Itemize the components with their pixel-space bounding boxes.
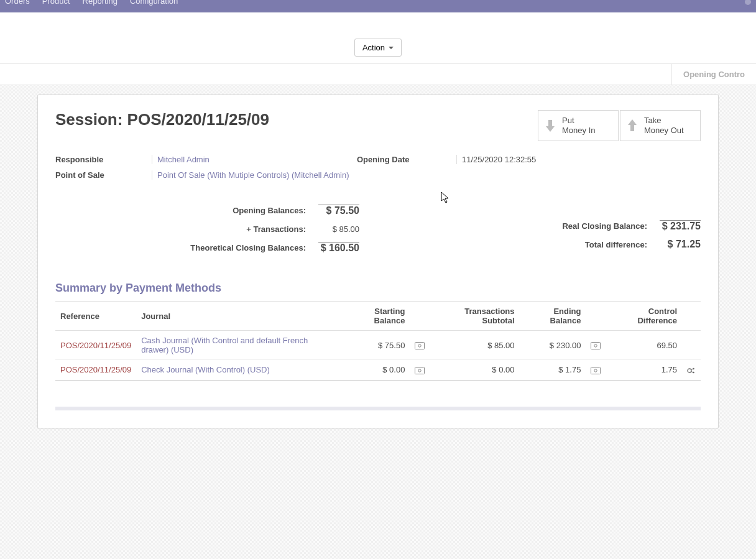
total-diff-value: $ 71.25 [660,239,701,250]
col-starting-balance[interactable]: Starting Balance [341,302,410,331]
balances: Opening Balances: $ 75.50 + Transactions… [55,201,701,257]
col-journal[interactable]: Journal [136,302,341,331]
take-money-out-l1: Take [644,116,684,126]
form-sheet: Session: POS/2020/11/25/09 Put Money In [37,95,719,428]
caret-down-icon [389,47,394,49]
starting-balance-value: $ 75.50 [341,331,410,360]
responsible-value[interactable]: Mitchell Admin [152,155,357,164]
money-detail-icon[interactable] [410,331,430,360]
statusbar: Opening Contro [0,64,756,85]
sheet-footer-line [55,407,701,410]
svg-rect-0 [415,343,425,349]
svg-point-5 [418,369,421,372]
take-money-out-l2: Money Out [644,126,684,136]
top-nav: Orders Product Reporting Configuration [0,0,756,12]
transactions-label: + Transactions: [246,224,306,234]
total-diff-label: Total difference: [585,240,647,249]
point-of-sale-value[interactable]: Point Of Sale (With Mutiple Controls) (M… [152,170,618,180]
put-money-in-l2: Money In [562,126,595,136]
ending-balance-value: $ 1.75 [520,360,586,381]
transactions-subtotal-value: $ 85.00 [430,331,519,360]
table-row[interactable]: POS/2020/11/25/09 Check Journal (With Co… [55,360,701,381]
svg-point-3 [594,344,597,347]
table-footer [55,381,701,392]
svg-line-12 [691,371,693,372]
arrow-up-out-icon [627,119,638,132]
theoretical-label: Theoretical Closing Balances: [190,243,306,252]
reference-link[interactable]: POS/2020/11/25/09 [55,331,136,360]
real-closing-value: $ 231.75 [660,220,701,232]
control-difference-value: 1.75 [606,360,682,381]
payments-table: Reference Journal Starting Balance Trans… [55,301,701,381]
table-header-row: Reference Journal Starting Balance Trans… [55,302,701,331]
journal-link[interactable]: Check Journal (With Control) (USD) [136,360,341,381]
svg-point-10 [693,371,694,373]
ending-balance-value: $ 230.00 [520,331,586,360]
arrow-down-in-icon [545,119,556,132]
table-row[interactable]: POS/2020/11/25/09 Cash Journal (With Con… [55,331,701,360]
take-money-out-button[interactable]: Take Money Out [620,110,701,141]
money-detail-icon[interactable] [586,360,606,381]
svg-point-8 [688,369,691,372]
opening-date-value: 11/25/2020 12:32:55 [456,155,618,164]
put-money-in-button[interactable]: Put Money In [538,110,619,141]
col-reference[interactable]: Reference [55,302,136,331]
reference-link[interactable]: POS/2020/11/25/09 [55,360,136,381]
info-grid: Responsible Mitchell Admin Opening Date … [55,155,701,180]
svg-point-1 [418,344,421,347]
control-difference-value: 69.50 [606,331,682,360]
svg-rect-4 [415,367,425,374]
col-transactions-subtotal[interactable]: Transactions Subtotal [430,302,519,331]
theoretical-value: $ 160.50 [318,242,359,254]
col-cd-icon [682,302,701,331]
stage-opening-control[interactable]: Opening Contro [671,64,756,85]
svg-rect-2 [591,343,601,349]
user-avatar-icon[interactable] [745,0,751,5]
nav-reporting[interactable]: Reporting [83,0,118,2]
money-detail-icon[interactable] [586,331,606,360]
summary-title: Summary by Payment Methods [55,282,701,295]
action-dropdown[interactable]: Action [354,39,402,57]
control-panel: Action [0,12,756,64]
nav-product[interactable]: Product [42,0,70,2]
responsible-label: Responsible [55,155,152,164]
svg-point-7 [594,369,597,372]
action-label: Action [362,43,385,52]
session-title: Session: POS/2020/11/25/09 [55,110,269,129]
journal-link[interactable]: Cash Journal (With Control and default F… [136,331,341,360]
settings-icon[interactable] [682,360,701,381]
put-money-in-l1: Put [562,116,595,126]
money-detail-icon[interactable] [410,360,430,381]
opening-balances-value: $ 75.50 [318,205,359,216]
col-sb-icon [410,302,430,331]
starting-balance-value: $ 0.00 [341,360,410,381]
svg-line-11 [691,369,693,369]
transactions-value: $ 85.00 [318,224,359,234]
real-closing-label: Real Closing Balance: [562,221,647,231]
point-of-sale-label: Point of Sale [55,170,152,180]
col-control-difference[interactable]: Control Difference [606,302,682,331]
svg-rect-6 [591,367,601,374]
col-ending-balance[interactable]: Ending Balance [520,302,586,331]
col-eb-icon [586,302,606,331]
opening-date-label: Opening Date [357,155,456,164]
nav-orders[interactable]: Orders [5,0,30,2]
transactions-subtotal-value: $ 0.00 [430,360,519,381]
svg-point-9 [693,367,694,369]
nav-configuration[interactable]: Configuration [130,0,178,2]
button-box: Put Money In Take Money Out [538,110,701,141]
opening-balances-label: Opening Balances: [233,206,306,215]
